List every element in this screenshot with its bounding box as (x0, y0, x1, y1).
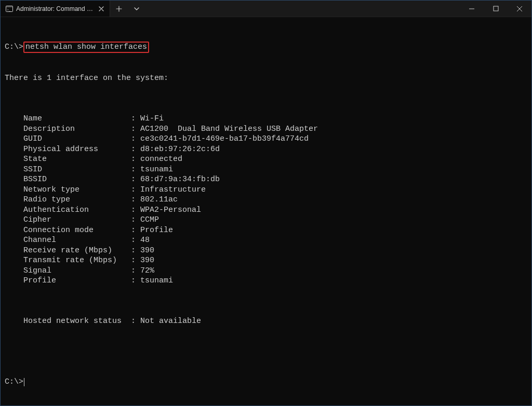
row-value: 390 (140, 246, 154, 255)
row-key: BSSID (23, 174, 131, 185)
row-sep: : (131, 174, 140, 185)
row-key: Transmit rate (Mbps) (23, 255, 131, 266)
interface-property-row: Transmit rate (Mbps): 390 (5, 255, 527, 266)
tab-strip: >_ Administrator: Command Promp (1, 1, 460, 17)
blank-line (5, 357, 527, 367)
prompt: C:\> (5, 43, 23, 51)
interface-property-row: Authentication: WPA2-Personal (5, 205, 527, 215)
row-key: Cipher (23, 215, 131, 225)
row-value: 68:d7:9a:34:fb:db (140, 175, 220, 184)
minimize-button[interactable] (460, 1, 484, 17)
interface-property-row: Receive rate (Mbps): 390 (5, 246, 527, 256)
blank-line (5, 32, 527, 42)
terminal-window: >_ Administrator: Command Promp (0, 0, 532, 406)
row-sep: : (131, 225, 140, 236)
row-key: Receive rate (Mbps) (23, 246, 131, 256)
interface-property-row: GUID: ce3c0241-b7d1-469e-ba17-bb39f4a774… (5, 134, 527, 144)
row-key: Physical address (23, 144, 131, 155)
command-text: netsh wlan show interfaces (25, 43, 147, 51)
row-key: Description (23, 124, 131, 134)
svg-rect-1 (6, 6, 13, 7)
row-key: Signal (23, 266, 131, 276)
row-value: tsunami (140, 165, 173, 174)
row-key: Connection mode (23, 225, 131, 236)
row-sep: : (131, 255, 140, 266)
interface-properties: Name: Wi-FiDescription: AC1200 Dual Band… (5, 114, 527, 286)
interface-property-row: State: connected (5, 154, 527, 165)
row-key: State (23, 154, 131, 165)
row-sep: : (131, 195, 140, 205)
close-button[interactable] (508, 1, 531, 17)
interface-property-row: Profile: tsunami (5, 276, 527, 286)
row-value: Infrastructure (140, 185, 206, 194)
blank-line (5, 296, 527, 306)
row-value: 802.11ac (140, 195, 178, 204)
row-value: connected (140, 155, 182, 164)
row-key: Name (23, 114, 131, 124)
row-sep: : (131, 185, 140, 195)
row-sep: : (131, 215, 140, 225)
row-value: 390 (140, 256, 154, 265)
interface-property-row: Physical address: d8:eb:97:26:2c:6d (5, 144, 527, 155)
row-sep: : (131, 124, 140, 134)
interface-property-row: Connection mode: Profile (5, 225, 527, 236)
cursor (24, 378, 24, 386)
new-tab-button[interactable] (110, 1, 128, 17)
row-key: Network type (23, 185, 131, 195)
row-value: 48 (140, 236, 150, 245)
maximize-button[interactable] (484, 1, 508, 17)
interface-property-row: SSID: tsunami (5, 165, 527, 175)
row-key: SSID (23, 165, 131, 175)
row-sep: : (131, 266, 140, 276)
tab-active[interactable]: >_ Administrator: Command Promp (1, 1, 110, 17)
row-sep: : (131, 114, 140, 124)
row-key: Hosted network status (23, 316, 131, 327)
prompt: C:\> (5, 377, 23, 386)
row-key: Channel (23, 235, 131, 246)
row-value: tsunami (140, 276, 173, 285)
row-sep: : (131, 134, 140, 144)
row-value: ce3c0241-b7d1-469e-ba17-bb39f4a774cd (140, 134, 309, 143)
command-highlight: netsh wlan show interfaces (23, 42, 149, 53)
hosted-network-row: Hosted network status: Not available (5, 316, 527, 327)
row-key: Radio type (23, 195, 131, 205)
interface-property-row: Channel: 48 (5, 235, 527, 246)
row-sep: : (131, 235, 140, 246)
row-sep: : (131, 165, 140, 175)
row-value: Not available (140, 317, 201, 326)
titlebar: >_ Administrator: Command Promp (1, 1, 531, 17)
blank-line (5, 336, 527, 347)
row-value: CCMP (140, 215, 159, 224)
row-value: AC1200 Dual Band Wireless USB Adapter (140, 125, 318, 133)
row-value: 72% (140, 266, 154, 275)
svg-rect-3 (494, 6, 498, 11)
tab-title: Administrator: Command Promp (16, 5, 94, 12)
row-sep: : (131, 154, 140, 165)
row-key: Authentication (23, 205, 131, 215)
row-value: WPA2-Personal (140, 206, 201, 214)
tab-close-button[interactable] (97, 5, 105, 13)
row-sep: : (131, 276, 140, 286)
intro-line: There is 1 interface on the system: (5, 73, 527, 84)
row-sep: : (131, 316, 140, 327)
interface-property-row: Signal: 72% (5, 266, 527, 276)
interface-property-row: Network type: Infrastructure (5, 185, 527, 195)
row-sep: : (131, 144, 140, 155)
cmd-icon: >_ (6, 5, 13, 12)
interface-property-row: Name: Wi-Fi (5, 114, 527, 124)
row-key: Profile (23, 276, 131, 286)
blank-line (5, 93, 527, 104)
row-key: GUID (23, 134, 131, 144)
svg-text:>_: >_ (7, 8, 11, 11)
tab-dropdown-button[interactable] (128, 1, 145, 17)
interface-property-row: BSSID: 68:d7:9a:34:fb:db (5, 174, 527, 185)
row-sep: : (131, 246, 140, 256)
interface-property-row: Radio type: 802.11ac (5, 195, 527, 205)
row-sep: : (131, 205, 140, 215)
interface-property-row: Description: AC1200 Dual Band Wireless U… (5, 124, 527, 134)
window-controls (460, 1, 531, 17)
titlebar-drag-region[interactable] (145, 1, 460, 17)
blank-line (5, 53, 527, 63)
terminal-output[interactable]: C:\>netsh wlan show interfaces There is … (1, 17, 531, 405)
row-value: Wi-Fi (140, 114, 164, 123)
